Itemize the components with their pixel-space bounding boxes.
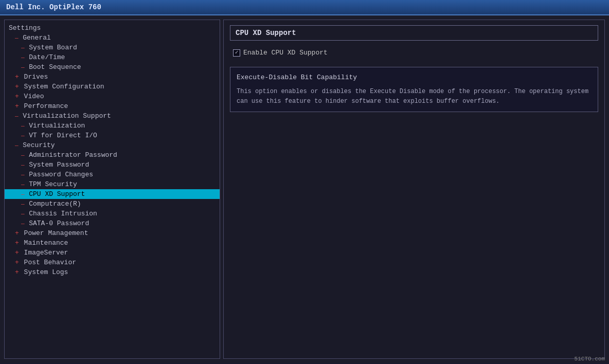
section-title: CPU XD Support: [230, 25, 598, 41]
nav-item-power-management[interactable]: + Power Management: [5, 228, 220, 238]
expand-icon: +: [15, 73, 23, 81]
checkbox-label: Enable CPU XD Support: [243, 49, 328, 57]
nav-item-drives[interactable]: + Drives: [5, 72, 220, 82]
enable-checkbox-row[interactable]: ✓ Enable CPU XD Support: [230, 47, 598, 59]
expand-icon: +: [15, 268, 23, 276]
description-box: Execute-Disable Bit Capability This opti…: [230, 67, 598, 112]
nav-label: Security: [23, 141, 55, 149]
dash-icon: —: [21, 162, 28, 168]
nav-item-system-logs[interactable]: + System Logs: [5, 267, 220, 277]
nav-item-datetime[interactable]: — Date/Time: [5, 52, 220, 62]
nav-label: Drives: [24, 73, 48, 81]
enable-checkbox[interactable]: ✓: [233, 49, 240, 57]
nav-label: System Configuration: [24, 83, 104, 90]
nav-item-boot-sequence[interactable]: — Boot Sequence: [5, 62, 220, 72]
nav-label: Post Behavior: [24, 259, 76, 266]
nav-label: Power Management: [24, 229, 88, 237]
nav-label: Password Changes: [29, 171, 93, 178]
nav-item-cpu-xd-support[interactable]: — CPU XD Support: [5, 189, 220, 199]
expand-icon: +: [15, 239, 23, 247]
watermark: 51CTO.com: [575, 356, 605, 362]
expand-icon: +: [15, 93, 23, 100]
nav-item-virtualization[interactable]: — Virtualization: [5, 121, 220, 131]
nav-item-sata-password[interactable]: — SATA-0 Password: [5, 219, 220, 228]
nav-item-system-board[interactable]: — System Board: [5, 43, 220, 52]
expand-icon: +: [15, 102, 23, 110]
nav-item-password-changes[interactable]: — Password Changes: [5, 170, 220, 179]
nav-item-chassis-intrusion[interactable]: — Chassis Intrusion: [5, 209, 220, 219]
nav-label: SATA-0 Password: [29, 220, 89, 227]
nav-label: System Logs: [24, 268, 68, 276]
checkbox-check-mark: ✓: [235, 50, 239, 56]
nav-label: Date/Time: [29, 53, 65, 61]
title-text: Dell Inc. OptiPlex 760: [6, 3, 101, 11]
nav-label: Maintenance: [24, 239, 68, 247]
dash-icon: —: [21, 221, 28, 227]
nav-label: CPU XD Support: [29, 190, 85, 198]
nav-item-post-behavior[interactable]: + Post Behavior: [5, 258, 220, 267]
nav-label: Virtualization Support: [23, 112, 111, 120]
expand-icon: +: [15, 229, 23, 237]
nav-item-security[interactable]: — Security: [5, 140, 220, 150]
left-navigation-panel: Settings— General— System Board— Date/Ti…: [4, 20, 220, 359]
dash-icon: —: [21, 64, 28, 70]
nav-label: VT for Direct I/O: [29, 132, 97, 139]
nav-item-performance[interactable]: + Performance: [5, 101, 220, 111]
nav-label: System Password: [29, 161, 89, 169]
dash-icon: —: [21, 181, 28, 188]
description-title: Execute-Disable Bit Capability: [237, 72, 592, 83]
dash-icon: —: [15, 113, 22, 119]
nav-item-system-password[interactable]: — System Password: [5, 160, 220, 170]
nav-label: Performance: [24, 102, 68, 110]
expand-icon: +: [15, 249, 23, 257]
expand-icon: +: [15, 83, 23, 90]
nav-item-admin-password[interactable]: — Administrator Password: [5, 150, 220, 160]
dash-icon: —: [21, 211, 28, 217]
dash-icon: —: [15, 35, 22, 41]
dash-icon: —: [21, 152, 28, 158]
nav-label: Chassis Intrusion: [29, 210, 97, 217]
nav-item-system-configuration[interactable]: + System Configuration: [5, 82, 220, 92]
nav-label: Video: [24, 93, 44, 100]
nav-label: System Board: [29, 44, 77, 51]
dash-icon: —: [21, 201, 28, 207]
nav-item-virtualization-support[interactable]: — Virtualization Support: [5, 111, 220, 121]
nav-label: Virtualization: [29, 122, 85, 130]
dash-icon: —: [21, 191, 28, 197]
nav-item-image-server[interactable]: + ImageServer: [5, 248, 220, 258]
dash-icon: —: [21, 123, 28, 129]
nav-item-maintenance[interactable]: + Maintenance: [5, 238, 220, 248]
dash-icon: —: [21, 172, 28, 178]
nav-label: TPM Security: [29, 180, 77, 188]
nav-label: General: [23, 34, 51, 42]
nav-item-computrace[interactable]: — Computrace(R): [5, 199, 220, 209]
nav-item-general[interactable]: — General: [5, 33, 220, 43]
dash-icon: —: [21, 54, 28, 61]
nav-item-vt-direct[interactable]: — VT for Direct I/O: [5, 131, 220, 140]
dash-icon: —: [15, 142, 22, 149]
nav-label: Computrace(R): [29, 200, 81, 208]
nav-label: Administrator Password: [29, 151, 117, 159]
description-text: This option enables or disables the Exec…: [237, 87, 592, 106]
nav-item-settings[interactable]: Settings: [5, 23, 220, 33]
dash-icon: —: [21, 133, 28, 139]
dash-icon: —: [21, 45, 28, 51]
title-bar: Dell Inc. OptiPlex 760: [0, 0, 609, 15]
nav-label: ImageServer: [24, 249, 68, 257]
right-content-panel: CPU XD Support ✓ Enable CPU XD Support E…: [223, 20, 605, 359]
expand-icon: +: [15, 259, 23, 266]
nav-item-tpm-security[interactable]: — TPM Security: [5, 179, 220, 189]
nav-label: Boot Sequence: [29, 63, 81, 71]
nav-label: Settings: [9, 24, 41, 32]
nav-item-video[interactable]: + Video: [5, 92, 220, 101]
